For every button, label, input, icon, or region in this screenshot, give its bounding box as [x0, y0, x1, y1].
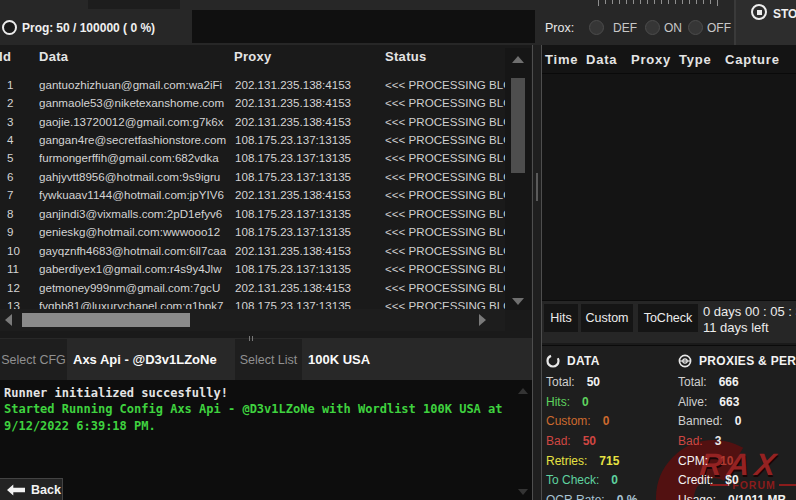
- table-row[interactable]: 12getmoney999nm@gmail.com:7gcU202.131.23…: [0, 278, 505, 296]
- table-row[interactable]: 13fvgbb81@luxurychanel.com:g1bpk7108.175…: [0, 296, 505, 309]
- proxy-mode-option-label: DEF: [613, 21, 637, 35]
- stat-value: 10: [720, 454, 733, 468]
- stat-row: CPM:10: [678, 451, 796, 471]
- select-bar: Select CFG Axs Api - @D3v1LZoNe Select L…: [0, 338, 532, 380]
- stat-label: Usage:: [678, 493, 716, 500]
- stat-value: 663: [719, 395, 739, 409]
- cell-proxy: 108.175.23.137:13135: [235, 207, 385, 220]
- stat-value: $0: [725, 473, 738, 487]
- cell-status: <<< PROCESSING BLOC: [385, 78, 505, 91]
- table-row[interactable]: 8ganjindi3@vixmalls.com:2pD1efyv6108.175…: [0, 204, 505, 222]
- stat-label: Retries:: [546, 454, 587, 468]
- stat-label: Hits:: [546, 395, 570, 409]
- stat-value: 0: [603, 414, 610, 428]
- log-scroll-up-icon[interactable]: [518, 388, 528, 394]
- proxy-mode-radio-off[interactable]: [688, 20, 703, 35]
- table-row[interactable]: 2ganmaole53@niketexanshome.com202.131.23…: [0, 93, 505, 111]
- proxy-mode-radio-on[interactable]: [645, 20, 660, 35]
- table-row[interactable]: 1gantuozhizhuan@gmail.com:wa2iFi202.131.…: [0, 75, 505, 93]
- stat-value: 0 %: [617, 493, 638, 500]
- progress-text: Prog:50 / 100000 ( 0 %): [22, 21, 155, 35]
- stat-row: Total:666: [678, 372, 796, 392]
- column-data[interactable]: Data: [39, 49, 68, 64]
- column-status[interactable]: Status: [385, 49, 427, 64]
- table-row[interactable]: 10gayqznfh4683@hotmail.com:6ll7caa202.13…: [0, 241, 505, 259]
- cell-data: gangan4re@secretfashionstore.com: [39, 133, 235, 146]
- stat-row: Alive:663: [678, 392, 796, 412]
- column-proxy[interactable]: Proxy: [631, 52, 671, 67]
- tab-custom[interactable]: Custom: [581, 304, 633, 332]
- proxies-stats-rows: Total:666Alive:663Banned:0Bad:3CPM:10Cre…: [678, 372, 796, 500]
- cell-status: <<< PROCESSING BLOC: [385, 262, 505, 275]
- table-row[interactable]: 11gaberdiyex1@gmail.com:r4s9y4Jlw108.175…: [0, 259, 505, 277]
- scroll-right-icon[interactable]: [479, 314, 486, 326]
- tab-tocheck[interactable]: ToCheck: [638, 304, 698, 332]
- log-scroll-down-icon[interactable]: [518, 489, 528, 495]
- panel-splitter[interactable]: [532, 45, 542, 500]
- scroll-up-icon[interactable]: [512, 56, 524, 63]
- column-id[interactable]: Id: [0, 49, 11, 64]
- proxy-mode-option-label: OFF: [707, 21, 731, 35]
- horizontal-scrollbar[interactable]: [0, 309, 505, 331]
- data-table: Id Data Proxy Status 1gantuozhizhuan@gma…: [0, 45, 532, 338]
- column-proxy[interactable]: Proxy: [234, 49, 272, 64]
- table-row[interactable]: 5furmongerffih@gmail.com:682vdka108.175.…: [0, 149, 505, 167]
- table-row[interactable]: 4gangan4re@secretfashionstore.com108.175…: [0, 130, 505, 148]
- cell-proxy: 202.131.235.138:4153: [235, 188, 385, 201]
- splitter-grip-horizontal[interactable]: [249, 336, 259, 341]
- progress-radio-icon[interactable]: [2, 20, 17, 35]
- stat-label: Alive:: [678, 395, 707, 409]
- table-row[interactable]: 6gahjyvtt8956@hotmail.com:9s9igru108.175…: [0, 167, 505, 185]
- scroll-down-icon[interactable]: [512, 298, 524, 305]
- stat-row: Bad:3: [678, 431, 796, 451]
- stop-icon: [751, 4, 767, 20]
- cell-data: gaberdiyex1@gmail.com:r4s9y4Jlw: [39, 262, 235, 275]
- stats-panel: RAX FORUM DATA Total:50Hits:0Custom:0Bad…: [542, 345, 796, 500]
- cell-status: <<< PROCESSING BLOC: [385, 225, 505, 238]
- selected-config-name: Axs Api - @D3v1LZoNe: [73, 338, 217, 380]
- stat-row: Banned:0: [678, 411, 796, 431]
- cell-data: fvgbb81@luxurychanel.com:g1bpk7: [39, 299, 235, 309]
- cell-data: gahjyvtt8956@hotmail.com:9s9igru: [39, 170, 235, 183]
- stop-label: STOP: [773, 7, 796, 21]
- table-row[interactable]: 3gaojie.13720012@gmail.com:g7k6x202.131.…: [0, 112, 505, 130]
- tab-hits[interactable]: Hits: [544, 304, 578, 332]
- cell-id: 5: [0, 151, 39, 164]
- cell-proxy: 202.131.235.138:4153: [235, 281, 385, 294]
- cell-proxy: 202.131.235.138:4153: [235, 244, 385, 257]
- stop-button[interactable]: STOP: [736, 0, 796, 45]
- column-capture[interactable]: Capture: [725, 52, 780, 67]
- column-data[interactable]: Data: [586, 52, 617, 67]
- selected-list-name: 100K USA: [308, 338, 370, 380]
- stat-label: Total:: [546, 375, 575, 389]
- proxies-stats-title: PROXIES & PERFORMANCE: [678, 350, 796, 372]
- select-cfg-button[interactable]: Select CFG: [0, 339, 67, 380]
- back-button[interactable]: Back: [0, 478, 63, 500]
- column-type[interactable]: Type: [679, 52, 712, 67]
- proxy-mode-radio-def[interactable]: [589, 20, 604, 35]
- stat-row: To Check:0: [546, 470, 674, 490]
- vertical-scrollbar[interactable]: [505, 48, 531, 310]
- select-list-button[interactable]: Select List: [235, 339, 302, 380]
- stat-label: Credit:: [678, 473, 713, 487]
- table-row[interactable]: 7fywkuaav1144@hotmail.com:jpYIV6202.131.…: [0, 186, 505, 204]
- horizontal-scrollbar-thumb[interactable]: [22, 313, 190, 327]
- cell-proxy: 202.131.235.138:4153: [235, 96, 385, 109]
- cell-id: 7: [0, 188, 39, 201]
- stat-row: Custom:0: [546, 411, 674, 431]
- column-time[interactable]: Time: [545, 52, 578, 67]
- bots-slider-ticks[interactable]: [598, 0, 718, 6]
- vertical-scrollbar-thumb[interactable]: [511, 78, 525, 173]
- data-stats-rows: Total:50Hits:0Custom:0Bad:50Retries:715T…: [546, 372, 674, 500]
- cell-data: ganmaole53@niketexanshome.com: [39, 96, 235, 109]
- progress-bar[interactable]: [192, 10, 535, 43]
- table-row[interactable]: 9genieskg@hotmail.com:wwwooo12108.175.23…: [0, 223, 505, 241]
- hits-table-header: Time Data Proxy Type Capture: [542, 45, 796, 74]
- proxy-mode-label: Prox:: [545, 21, 574, 35]
- stat-label: Banned:: [678, 414, 723, 428]
- stat-value: 0: [735, 414, 742, 428]
- scroll-left-icon[interactable]: [5, 314, 12, 326]
- log-console[interactable]: Runner initialized succesfully!Started R…: [0, 380, 532, 500]
- data-table-body: 1gantuozhizhuan@gmail.com:wa2iFi202.131.…: [0, 75, 505, 309]
- stat-value: 666: [719, 375, 739, 389]
